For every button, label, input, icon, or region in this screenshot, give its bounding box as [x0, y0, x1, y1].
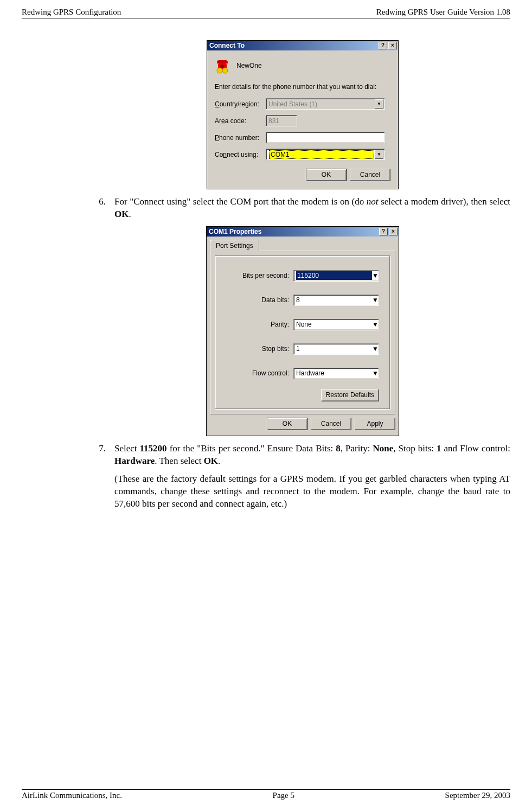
country-combo: United States (1) ▼: [266, 98, 385, 110]
chevron-down-icon[interactable]: ▼: [372, 369, 379, 377]
chevron-down-icon[interactable]: ▼: [372, 321, 379, 328]
footer-left: AirLink Communications, Inc.: [22, 791, 122, 800]
data-bits-combo[interactable]: 8 ▼: [293, 295, 379, 306]
bits-per-second-label: Bits per second:: [242, 272, 293, 279]
phone-number-label: Phone number:: [215, 134, 266, 142]
phone-icon: [215, 57, 232, 74]
chevron-down-icon[interactable]: ▼: [375, 150, 383, 159]
phone-number-input[interactable]: [266, 132, 385, 143]
restore-defaults-button[interactable]: Restore Defaults: [321, 389, 379, 401]
footer-center: Page 5: [273, 791, 294, 800]
cancel-button[interactable]: Cancel: [311, 418, 351, 430]
dialog-title: COM1 Properties: [209, 228, 261, 235]
connection-name: NewOne: [236, 62, 262, 69]
ok-button[interactable]: OK: [267, 418, 307, 430]
titlebar: COM1 Properties ? ×: [207, 227, 399, 237]
apply-button[interactable]: Apply: [355, 418, 395, 430]
help-icon[interactable]: ?: [379, 42, 387, 49]
dialog-title: Connect To: [209, 42, 245, 49]
flow-control-label: Flow control:: [252, 369, 293, 377]
svg-point-3: [222, 68, 228, 73]
area-code-input: 831: [266, 115, 297, 126]
svg-point-2: [217, 68, 222, 73]
country-label: Country/region:: [215, 100, 266, 108]
bits-per-second-combo[interactable]: 115200 ▼: [293, 270, 379, 282]
footer-right: September 29, 2003: [445, 791, 510, 800]
svg-point-1: [220, 65, 225, 68]
chevron-down-icon[interactable]: ▼: [372, 345, 379, 353]
data-bits-label: Data bits:: [261, 296, 293, 304]
parity-label: Parity:: [271, 321, 293, 328]
close-icon[interactable]: ×: [388, 42, 397, 49]
dialog-instruction: Enter details for the phone number that …: [215, 83, 390, 91]
close-icon[interactable]: ×: [389, 228, 398, 235]
step-7: 7. Select 115200 for the "Bits per secon…: [95, 443, 510, 516]
page-footer: AirLink Communications, Inc. Page 5 Sept…: [22, 789, 510, 800]
header-right: Redwing GPRS User Guide Version 1.08: [376, 8, 510, 17]
ok-button[interactable]: OK: [306, 169, 347, 181]
chevron-down-icon: ▼: [375, 99, 383, 108]
help-icon[interactable]: ?: [379, 228, 388, 235]
titlebar: Connect To ? ×: [207, 41, 398, 50]
tab-port-settings[interactable]: Port Settings: [210, 240, 259, 251]
connect-to-dialog: Connect To ? ×: [207, 40, 399, 189]
header-left: Redwing GPRS Configuration: [22, 8, 121, 17]
flow-control-combo[interactable]: Hardware ▼: [293, 368, 379, 379]
area-code-label: Area code:: [215, 117, 266, 125]
chevron-down-icon[interactable]: ▼: [372, 272, 379, 279]
stop-bits-combo[interactable]: 1 ▼: [293, 343, 379, 355]
connect-using-combo[interactable]: COM1 ▼: [266, 149, 385, 160]
com1-properties-dialog: COM1 Properties ? × Port Settings Bits p…: [206, 226, 399, 436]
page-header: Redwing GPRS Configuration Redwing GPRS …: [22, 8, 510, 18]
stop-bits-label: Stop bits:: [262, 345, 293, 353]
parity-combo[interactable]: None ▼: [293, 319, 379, 330]
connect-using-label: Connect using:: [215, 151, 266, 158]
chevron-down-icon[interactable]: ▼: [372, 296, 379, 304]
step-6: 6. For "Connect using" select the COM po…: [95, 196, 510, 226]
cancel-button[interactable]: Cancel: [350, 169, 390, 181]
